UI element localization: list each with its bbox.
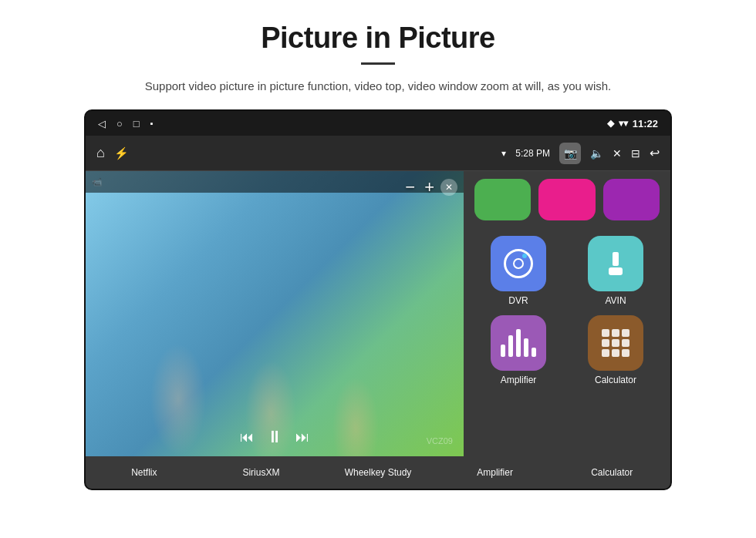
avin-app-item[interactable]: AVIN [572,236,660,306]
calc-cell-5 [612,339,619,347]
avin-plug [613,252,619,266]
calc-cell-3 [622,329,629,337]
title-divider [361,62,395,65]
netflix-bottom-label: Netflix [86,467,203,478]
amplifier-bottom-label: Amplifier [437,467,554,478]
pip-area: 📹 − + ✕ ⏮ ⏸ ⏭ [86,171,464,456]
apps-area: DVR AVIN [464,171,670,456]
device-frame: ◁ ○ □ ▪ ◆ ▾▾ 11:22 ⌂ ⚡ ▾ 5:28 PM 📷 🔈 ✕ [84,109,672,490]
app-bar-time: 5:28 PM [515,148,550,159]
amp-bar-4 [524,338,528,357]
main-content: 📹 − + ✕ ⏮ ⏸ ⏭ [86,171,670,456]
calculator-icon-box [588,315,643,371]
status-time: 11:22 [633,118,658,129]
wifi-bar-icon: ▾ [501,148,506,159]
amplifier-icon [501,329,536,357]
calc-cell-1 [602,329,609,337]
recents-nav-icon[interactable]: □ [133,118,140,129]
menu-nav-icon[interactable]: ▪ [150,119,154,128]
calc-cell-6 [622,339,629,347]
people-overlay [86,171,464,456]
wifi-status-icon: ▾▾ [619,118,628,129]
calc-cell-2 [612,329,619,337]
amplifier-icon-box [491,315,546,371]
pip-playback-controls: ⏮ ⏸ ⏭ [240,427,309,447]
top-apps-row [474,179,660,227]
wheelkey-stub [603,179,660,220]
prev-button[interactable]: ⏮ [240,429,254,446]
app-icon-grid: DVR AVIN [474,236,660,385]
calculator-bottom-label: Calculator [553,467,670,478]
window-icon[interactable]: ⊟ [631,147,640,160]
status-right-icons: ◆ ▾▾ 11:22 [607,118,658,129]
dvr-icon-box [491,236,546,291]
pip-close-button[interactable]: ✕ [440,179,457,196]
avin-icon-box [588,236,643,291]
pip-expand-button[interactable]: + [424,177,434,197]
dvr-dot [522,254,527,258]
calc-cell-4 [602,339,609,347]
calculator-app-item[interactable]: Calculator [572,315,660,385]
dvr-app-item[interactable]: DVR [474,236,562,306]
volume-icon[interactable]: 🔈 [590,147,603,160]
watermark: VCZ09 [427,436,453,446]
calc-cell-8 [612,349,619,357]
dvr-inner-circle [513,258,524,269]
netflix-stub [474,179,531,220]
next-button[interactable]: ⏭ [295,429,309,446]
status-bar: ◁ ○ □ ▪ ◆ ▾▾ 11:22 [86,111,670,136]
pip-minimize-button[interactable]: − [405,177,415,197]
back-icon[interactable]: ↩ [650,146,660,160]
siriusxm-bottom-label: SiriusXM [203,467,320,478]
avin-head [609,267,623,275]
close-bar-icon[interactable]: ✕ [613,147,622,160]
wheelkey-bottom-label: Wheelkey Study [319,467,437,478]
pip-controls: − + ✕ [405,177,457,197]
bottom-labels-row: Netflix SiriusXM Wheelkey Study Amplifie… [86,456,670,489]
dvr-label: DVR [508,295,528,306]
page-subtitle: Support video picture in picture functio… [62,77,694,96]
amplifier-label: Amplifier [501,375,537,385]
back-nav-icon[interactable]: ◁ [98,118,106,129]
pip-video: 📹 − + ✕ ⏮ ⏸ ⏭ [86,171,464,456]
calculator-label: Calculator [595,375,636,385]
pip-cam-icon: 📹 [92,177,103,187]
app-bar: ⌂ ⚡ ▾ 5:28 PM 📷 🔈 ✕ ⊟ ↩ [86,136,670,171]
page-header: Picture in Picture Support video picture… [0,0,756,109]
app-bar-right: ▾ 5:28 PM 📷 🔈 ✕ ⊟ ↩ [501,143,660,164]
dvr-icon [504,249,533,278]
play-pause-button[interactable]: ⏸ [266,427,283,447]
page-wrapper: Picture in Picture Support video picture… [0,0,756,490]
usb-icon: ⚡ [114,146,129,160]
amp-bar-2 [508,335,513,357]
calculator-icon [602,329,629,357]
amp-bar-5 [532,348,536,357]
avin-label: AVIN [605,295,626,306]
siriusxm-stub [538,179,595,220]
amplifier-app-item[interactable]: Amplifier [474,315,562,385]
home-nav-icon[interactable]: ○ [116,118,123,129]
page-title: Picture in Picture [62,22,694,55]
amp-bar-3 [516,329,521,357]
calc-cell-7 [602,349,609,357]
avin-icon [609,252,623,275]
camera-button[interactable]: 📷 [559,143,581,164]
location-icon: ◆ [607,118,614,129]
calc-cell-9 [622,349,629,357]
status-left-icons: ◁ ○ □ ▪ [98,118,154,129]
amp-bar-1 [501,345,505,357]
home-icon[interactable]: ⌂ [96,145,105,161]
